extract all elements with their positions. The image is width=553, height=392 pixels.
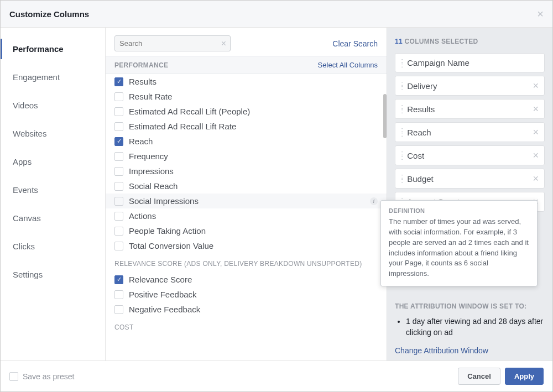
column-option-label: Social Reach xyxy=(129,181,178,191)
column-option-label: People Taking Action xyxy=(129,226,206,236)
sidebar-item-clicks[interactable]: Clicks xyxy=(1,236,105,257)
sidebar-item-canvas[interactable]: Canvas xyxy=(1,208,105,228)
column-option[interactable]: Estimated Ad Recall Lift (People) xyxy=(106,104,387,119)
sidebar: PerformanceEngagementVideosWebsitesAppsE… xyxy=(1,28,106,360)
modal-footer: Save as preset Cancel Apply xyxy=(1,360,552,391)
checkbox[interactable] xyxy=(114,290,123,299)
column-option-label: Estimated Ad Recall Lift (People) xyxy=(129,107,250,116)
column-option[interactable]: Estimated Ad Recall Lift Rate xyxy=(106,119,387,134)
column-option-label: Social Impressions xyxy=(129,196,199,206)
attribution-block: THE ATTRIBUTION WINDOW IS SET TO: 1 day … xyxy=(395,302,545,355)
save-as-preset[interactable]: Save as preset xyxy=(9,372,74,381)
remove-column-icon[interactable]: × xyxy=(533,104,539,114)
selected-column[interactable]: ::::Budget× xyxy=(395,169,545,189)
column-option[interactable]: Frequency xyxy=(106,149,387,164)
remove-column-icon[interactable]: × xyxy=(533,150,539,160)
checkbox[interactable] xyxy=(114,227,123,236)
attribution-item: 1 day after viewing ad and 28 days after… xyxy=(406,316,545,338)
checkbox[interactable] xyxy=(114,242,123,250)
checkbox[interactable] xyxy=(114,305,123,314)
column-option-label: Result Rate xyxy=(129,92,172,101)
modal-title: Customize Columns xyxy=(9,9,89,19)
sidebar-item-websites[interactable]: Websites xyxy=(1,123,105,144)
checkbox[interactable] xyxy=(114,92,123,101)
drag-handle-icon[interactable]: :::: xyxy=(401,104,403,113)
selected-column[interactable]: ::::Results× xyxy=(395,99,545,119)
section-header: PERFORMANCESelect All Columns xyxy=(106,56,387,74)
selected-column[interactable]: ::::Campaign Name xyxy=(395,53,545,72)
tooltip-heading: DEFINITION xyxy=(389,207,529,214)
sidebar-item-events[interactable]: Events xyxy=(1,180,105,200)
selected-column-label: Cost xyxy=(407,151,424,160)
checkbox[interactable] xyxy=(114,167,123,176)
attribution-list: 1 day after viewing ad and 28 days after… xyxy=(395,316,545,338)
checkbox[interactable] xyxy=(114,107,123,116)
selected-column[interactable]: ::::Cost× xyxy=(395,145,545,165)
column-option-label: Negative Feedback xyxy=(129,305,200,314)
info-icon[interactable]: i xyxy=(370,197,378,205)
remove-column-icon[interactable]: × xyxy=(533,174,539,184)
drag-handle-icon[interactable]: :::: xyxy=(401,81,403,90)
checkbox[interactable] xyxy=(114,197,123,206)
sidebar-item-videos[interactable]: Videos xyxy=(1,95,105,116)
select-all-link[interactable]: Select All Columns xyxy=(318,61,378,69)
checkbox[interactable] xyxy=(114,182,123,191)
modal-header: Customize Columns × xyxy=(1,1,552,28)
checkbox[interactable] xyxy=(114,77,123,86)
selected-column[interactable]: ::::Reach× xyxy=(395,122,545,142)
change-attribution-link[interactable]: Change Attribution Window xyxy=(395,346,545,355)
selected-panel: 11 COLUMNS SELECTED ::::Campaign Name:::… xyxy=(387,28,552,360)
checkbox[interactable] xyxy=(114,275,123,284)
drag-handle-icon[interactable]: :::: xyxy=(401,174,403,183)
remove-column-icon[interactable]: × xyxy=(533,127,539,137)
selected-count: 11 COLUMNS SELECTED xyxy=(395,38,545,45)
preset-checkbox[interactable] xyxy=(9,372,18,381)
drag-handle-icon[interactable]: :::: xyxy=(401,59,403,67)
column-option[interactable]: Impressions xyxy=(106,164,387,179)
column-option-label: Results xyxy=(129,77,156,86)
section-title: PERFORMANCE xyxy=(114,61,168,69)
column-option[interactable]: Negative Feedback xyxy=(106,302,387,317)
clear-search-link[interactable]: Clear Search xyxy=(332,39,378,48)
column-option[interactable]: Social Impressionsi xyxy=(106,194,387,208)
close-icon[interactable]: × xyxy=(537,8,544,19)
column-option[interactable]: Result Rate xyxy=(106,89,387,104)
column-option-label: Estimated Ad Recall Lift Rate xyxy=(129,122,236,131)
columns-list[interactable]: PERFORMANCESelect All ColumnsResultsResu… xyxy=(106,56,387,360)
column-option[interactable]: Actions xyxy=(106,208,387,223)
checkbox[interactable] xyxy=(114,122,123,131)
definition-tooltip: DEFINITION The number of times your ad w… xyxy=(380,200,538,286)
footer-buttons: Cancel Apply xyxy=(458,368,544,385)
checkbox[interactable] xyxy=(114,137,123,146)
column-option[interactable]: Social Reach xyxy=(106,179,387,194)
column-option-label: Frequency xyxy=(129,151,168,161)
remove-column-icon[interactable]: × xyxy=(533,81,539,91)
selected-column[interactable]: ::::Delivery× xyxy=(395,76,545,96)
cancel-button[interactable]: Cancel xyxy=(458,368,500,385)
column-option[interactable]: Results xyxy=(106,74,387,89)
sidebar-item-settings[interactable]: Settings xyxy=(1,264,105,285)
column-option-label: Positive Feedback xyxy=(129,290,197,299)
section-subheader: RELEVANCE SCORE (ADS ONLY, DELIVERY BREA… xyxy=(106,253,387,272)
column-option[interactable]: Total Conversion Value xyxy=(106,238,387,253)
sidebar-item-performance[interactable]: Performance xyxy=(1,39,105,59)
column-option-label: Reach xyxy=(129,137,153,146)
checkbox[interactable] xyxy=(114,212,123,221)
checkbox[interactable] xyxy=(114,152,123,161)
column-option-label: Actions xyxy=(129,211,156,221)
search-box: × xyxy=(114,35,231,51)
sidebar-item-apps[interactable]: Apps xyxy=(1,151,105,172)
customize-columns-modal: Customize Columns × PerformanceEngagemen… xyxy=(0,0,553,392)
column-option[interactable]: Reach xyxy=(106,134,387,149)
modal-body: PerformanceEngagementVideosWebsitesAppsE… xyxy=(1,28,552,360)
drag-handle-icon[interactable]: :::: xyxy=(401,151,403,160)
sidebar-item-engagement[interactable]: Engagement xyxy=(1,67,105,87)
drag-handle-icon[interactable]: :::: xyxy=(401,128,403,137)
apply-button[interactable]: Apply xyxy=(505,368,544,385)
search-input[interactable] xyxy=(114,35,231,51)
column-option[interactable]: People Taking Action xyxy=(106,223,387,238)
column-option[interactable]: Relevance Score xyxy=(106,272,387,287)
clear-input-icon[interactable]: × xyxy=(221,39,226,49)
column-option[interactable]: Positive Feedback xyxy=(106,287,387,302)
selected-column-label: Budget xyxy=(407,174,434,184)
